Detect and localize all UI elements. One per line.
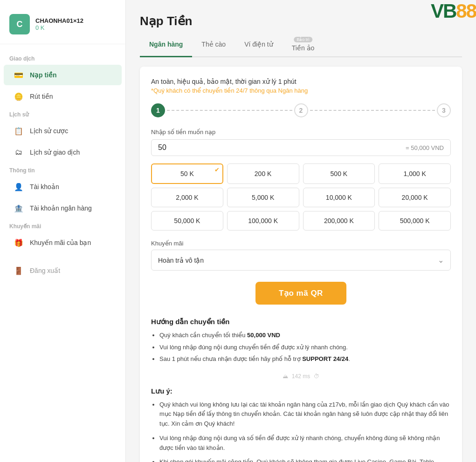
info-text: An toàn, hiệu quả, bảo mật, thời gian xử… xyxy=(151,78,451,85)
guide-item-2: Vui lòng nhập đúng nội dung chuyển tiền … xyxy=(159,343,451,352)
note-title: Lưu ý: xyxy=(151,387,451,395)
logo-vb: VB xyxy=(431,0,456,22)
tab-vi-dien-tu[interactable]: Ví điện tử xyxy=(235,36,283,56)
lich-su-cuoc-icon: 📋 xyxy=(13,125,24,136)
amount-grid: 50 K ✔ 200 K 500 K 1,000 K 2,000 K 5,000… xyxy=(151,163,451,231)
sidebar-item-label: Khuyến mãi của bạn xyxy=(30,239,91,246)
sidebar-item-lich-su-giao-dich[interactable]: 🗂 Lịch sử giao dịch xyxy=(4,142,122,163)
sidebar: C CHAONHA01×12 0 K Giao dịch 💳 Nạp tiền … xyxy=(0,0,126,462)
create-qr-button[interactable]: Tạo mã QR xyxy=(255,282,346,305)
tai-khoan-icon: 👤 xyxy=(13,181,24,192)
amount-btn-50k[interactable]: 50 K ✔ xyxy=(151,163,223,184)
ngan-hang-icon: 🏦 xyxy=(13,203,24,214)
nap-tien-icon: 💳 xyxy=(13,69,24,81)
sidebar-item-label: Rút tiền xyxy=(30,93,53,100)
dang-xuat-icon: 🚪 xyxy=(13,265,24,276)
tab-tien-ao[interactable]: Bảo trì Tiền ảo xyxy=(283,36,324,56)
tab-ngan-hang[interactable]: Ngân hàng xyxy=(140,36,192,57)
sidebar-item-label: Tài khoản xyxy=(30,183,59,190)
sidebar-item-lich-su-cuoc[interactable]: 📋 Lịch sử cược xyxy=(4,121,122,141)
sidebar-item-label: Tài khoản ngân hàng xyxy=(30,204,92,212)
khuyen-mai-icon: 🎁 xyxy=(13,237,24,248)
sidebar-item-label: Nạp tiền xyxy=(30,71,57,79)
amount-btn-2000k[interactable]: 2,000 K xyxy=(151,188,223,207)
promo-label: Khuyến mãi xyxy=(151,240,451,247)
step-line-2 xyxy=(310,110,435,111)
section-label-khuyen-mai: Khuyến mãi xyxy=(0,219,125,231)
toolbar-watermark: ⛰ 142 ms ⏱ xyxy=(151,373,451,380)
tab-the-cao[interactable]: Thẻ cào xyxy=(192,36,235,56)
tab-bar: Ngân hàng Thẻ cào Ví điện tử Bảo trì Tiề… xyxy=(140,36,462,57)
toolbar-icon-right: ⏱ xyxy=(314,373,319,380)
section-label-thong-tin: Thông tin xyxy=(0,163,125,176)
guide-item-3: Sau 1 phút nếu chưa nhận được tiền hãy p… xyxy=(159,354,451,364)
amount-btn-1000k[interactable]: 1,000 K xyxy=(379,163,451,184)
avatar: C xyxy=(9,14,30,34)
logo: VB88 xyxy=(431,0,476,22)
check-icon: ✔ xyxy=(214,166,220,173)
step-1: 1 xyxy=(151,103,165,117)
promo-select[interactable]: Hoàn trả vô tận ⌄ xyxy=(151,250,451,271)
note-item-3: Khi chọn gói khuyến mãi cộng tiền, Quý k… xyxy=(159,457,451,462)
guide-item-1: Quý khách cần chuyển tối thiểu 50,000 VN… xyxy=(159,331,451,340)
page-title: Nạp Tiền xyxy=(140,14,462,28)
amount-equiv: = 50,000 VND xyxy=(406,144,444,151)
user-balance: 0 K xyxy=(35,24,83,31)
step-3: 3 xyxy=(437,103,451,117)
amount-btn-100000k[interactable]: 100,000 K xyxy=(227,211,299,231)
content-card: An toàn, hiệu quả, bảo mật, thời gian xử… xyxy=(140,67,462,462)
section-label-giao-dich: Giao dịch xyxy=(0,52,125,64)
amount-btn-200000k[interactable]: 200,000 K xyxy=(303,211,375,231)
amount-btn-200k[interactable]: 200 K xyxy=(227,163,299,184)
promo-value: Hoàn trả vô tận xyxy=(158,257,204,264)
amount-btn-10000k[interactable]: 10,000 K xyxy=(303,188,375,207)
rut-tien-icon: 🪙 xyxy=(13,91,24,102)
note-item-2: Vui lòng nhập đúng nội dung và số tiền đ… xyxy=(159,434,451,453)
toolbar-ms: 142 ms xyxy=(292,373,310,380)
sidebar-item-label: Lịch sử giao dịch xyxy=(30,149,80,156)
sidebar-item-tai-khoan[interactable]: 👤 Tài khoản xyxy=(4,177,122,197)
amount-btn-500k[interactable]: 500 K xyxy=(303,163,375,184)
steps-indicator: 1 2 3 xyxy=(151,103,451,117)
note-item-1: Quý khách vui lòng không lưu lại các tài… xyxy=(159,400,451,429)
amount-btn-50000k[interactable]: 50,000 K xyxy=(151,211,223,231)
sidebar-item-dang-xuat[interactable]: 🚪 Đăng xuất xyxy=(4,260,122,281)
sidebar-item-rut-tien[interactable]: 🪙 Rút tiền xyxy=(4,86,122,107)
amount-input-row: = 50,000 VND xyxy=(151,139,451,156)
main-content: VB88 Nạp Tiền Ngân hàng Thẻ cào Ví điện … xyxy=(126,0,476,462)
amount-btn-20000k[interactable]: 20,000 K xyxy=(379,188,451,207)
promo-arrow-icon: ⌄ xyxy=(438,256,444,265)
logo-88: 88 xyxy=(456,0,476,22)
sidebar-item-label: Lịch sử cược xyxy=(30,127,68,135)
sidebar-item-nap-tien[interactable]: 💳 Nạp tiền xyxy=(4,65,122,85)
note-list: Quý khách vui lòng không lưu lại các tài… xyxy=(151,400,451,462)
user-info-section: C CHAONHA01×12 0 K xyxy=(0,9,125,44)
info-highlight: *Quý khách có thể chuyển tiền 24/7 thông… xyxy=(151,87,451,94)
lich-su-giao-dich-icon: 🗂 xyxy=(13,147,24,158)
sidebar-item-khuyen-mai[interactable]: 🎁 Khuyến mãi của bạn xyxy=(4,232,122,253)
guide-list: Quý khách cần chuyển tối thiểu 50,000 VN… xyxy=(151,331,451,364)
amount-btn-5000k[interactable]: 5,000 K xyxy=(227,188,299,207)
username: CHAONHA01×12 xyxy=(35,17,83,24)
amount-input[interactable] xyxy=(158,143,406,152)
toolbar-icon-left: ⛰ xyxy=(283,373,288,380)
section-label-lich-su: Lịch sử xyxy=(0,108,125,120)
amount-btn-500000k[interactable]: 500,000 K xyxy=(379,211,451,231)
guide-title: Hướng dẫn chuyển tiền xyxy=(151,318,451,326)
sidebar-item-label: Đăng xuất xyxy=(30,267,60,274)
step-2: 2 xyxy=(294,103,308,117)
step-line-1 xyxy=(167,110,292,111)
amount-label: Nhập số tiền muốn nạp xyxy=(151,129,451,136)
sidebar-item-tai-khoan-ngan-hang[interactable]: 🏦 Tài khoản ngân hàng xyxy=(4,198,122,218)
tab-badge-bao-tri: Bảo trì xyxy=(294,37,312,42)
